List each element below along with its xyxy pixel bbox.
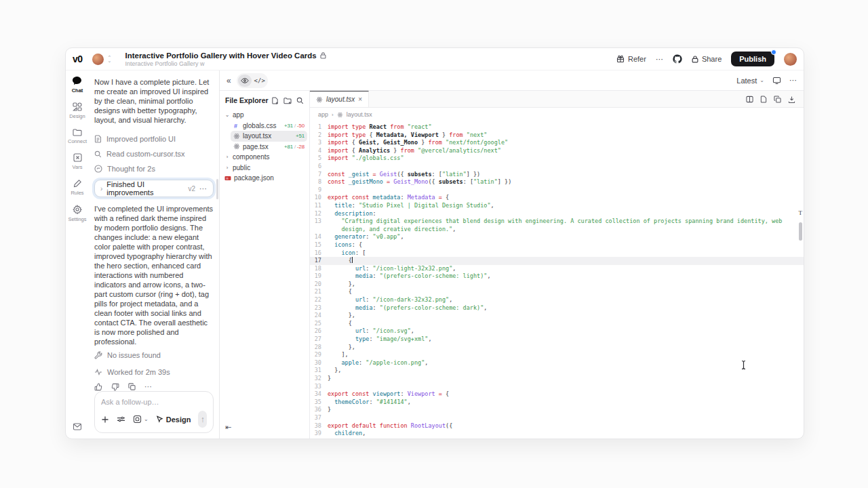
code-line[interactable]: design, and creative direction.", xyxy=(310,226,804,234)
publish-button[interactable]: Publish xyxy=(731,52,774,66)
code-line[interactable]: 34export const viewport: Viewport = { xyxy=(310,390,804,399)
code-line[interactable]: 28 }, xyxy=(310,344,804,352)
code-line[interactable]: 9 xyxy=(310,186,804,195)
tree-file-page-tsx[interactable]: page.tsx+81 / -28 xyxy=(231,142,307,152)
chat-scrollbar[interactable] xyxy=(216,179,218,199)
sidebar-item-design[interactable]: Design xyxy=(69,102,85,119)
new-folder-icon[interactable] xyxy=(283,97,292,104)
code-line[interactable]: 5import "./globals.css" xyxy=(310,155,804,163)
follow-up-input[interactable] xyxy=(101,398,207,406)
code-line[interactable]: 13 "Crafting digital experiences that bl… xyxy=(310,218,804,226)
editor-scrollbar[interactable]: T xyxy=(799,209,803,241)
sidebar-item-vars[interactable]: Vars xyxy=(73,153,83,170)
code-line[interactable]: 24 }, xyxy=(310,312,804,320)
share-button[interactable]: Share xyxy=(692,55,722,63)
preview-eye-toggle[interactable] xyxy=(238,75,252,87)
code-line[interactable]: 23 media: "(prefers-color-scheme: dark)"… xyxy=(310,304,804,312)
settings-sliders-icon[interactable] xyxy=(117,415,125,423)
code-line[interactable]: 3import { Geist, Geist_Mono } from "next… xyxy=(310,139,804,147)
send-button[interactable]: ↑ xyxy=(198,411,207,428)
header-more-button[interactable]: ⋯ xyxy=(656,55,663,64)
sidebar-item-rules[interactable]: Rules xyxy=(71,179,83,196)
code-line[interactable]: 18 url: "/icon-light-32x32.png", xyxy=(310,265,804,273)
project-avatar[interactable] xyxy=(92,54,104,65)
task-step[interactable]: Read custom-cursor.tsx xyxy=(94,146,214,161)
code-line[interactable]: 7const _geist = Geist({ subsets: ["latin… xyxy=(310,171,804,179)
code-line[interactable]: 17 { xyxy=(310,257,804,265)
editor-more-button[interactable]: ⋯ xyxy=(789,76,797,85)
sidebar-item-connect[interactable]: Connect xyxy=(68,128,87,144)
code-line[interactable]: 33 xyxy=(310,383,804,391)
code-line[interactable]: 32} xyxy=(310,375,804,383)
code-line[interactable]: 25 { xyxy=(310,320,804,328)
tab-layout-tsx[interactable]: layout.tsx × xyxy=(310,91,369,107)
device-preview-icon[interactable] xyxy=(772,77,781,85)
thumbs-up-icon[interactable] xyxy=(94,383,102,391)
status-row[interactable]: Worked for 2m 39s xyxy=(94,364,214,380)
github-icon[interactable] xyxy=(673,54,682,64)
code-line[interactable]: 27 type: "image/svg+xml", xyxy=(310,336,804,344)
collapse-panel-icon[interactable]: « xyxy=(226,76,231,85)
collapse-explorer-icon[interactable]: ⇤ xyxy=(225,423,231,432)
code-view-toggle[interactable]: </> xyxy=(253,75,267,87)
status-row[interactable]: No issues found xyxy=(94,347,214,363)
sidebar-item-chat[interactable]: Chat xyxy=(72,76,83,94)
task-step[interactable]: Improved portfolio UI xyxy=(94,131,214,146)
code-line[interactable]: 4import { Analytics } from "@vercel/anal… xyxy=(310,147,804,155)
code-line[interactable]: 35 themeColor: "#141414", xyxy=(310,399,804,407)
code-line[interactable]: 2import type { Metadata, Viewport } from… xyxy=(310,131,804,140)
tree-file-globals-css[interactable]: #globals.css+31 / -50 xyxy=(231,121,307,131)
code-line[interactable]: 10export const metadata: Metadata = { xyxy=(310,194,804,202)
copy-icon[interactable] xyxy=(128,383,136,390)
project-title[interactable]: Interactive Portfolio Gallery with Hover… xyxy=(125,52,326,60)
code-line[interactable]: 21 { xyxy=(310,288,804,296)
code-line[interactable]: 12 description: xyxy=(310,210,804,218)
refer-button[interactable]: Refer xyxy=(616,55,646,63)
split-view-icon[interactable] xyxy=(746,96,753,103)
version-selector[interactable]: Latest⌄ xyxy=(736,77,764,85)
tree-dir-components[interactable]: ›components xyxy=(222,152,307,163)
code-line[interactable]: 19 media: "(prefers-color-scheme: light)… xyxy=(310,272,804,281)
code-line[interactable]: 36} xyxy=(310,406,804,414)
task-step[interactable]: Thought for 2s xyxy=(94,161,214,176)
close-tab-icon[interactable]: × xyxy=(358,96,362,103)
code-line[interactable]: 11 title: "Studio Pixel | Digital Design… xyxy=(310,202,804,210)
code-line[interactable]: 22 url: "/icon-dark-32x32.png", xyxy=(310,296,804,304)
open-file-icon[interactable] xyxy=(760,96,767,103)
sidebar-item-settings[interactable]: Settings xyxy=(68,205,86,222)
new-file-icon[interactable] xyxy=(271,97,279,104)
code-line[interactable]: 30 apple: "/apple-icon.png", xyxy=(310,359,804,367)
code-line[interactable]: 20 }, xyxy=(310,281,804,289)
code-line[interactable]: 8const _geistMono = Geist_Mono({ subsets… xyxy=(310,178,804,186)
code-editor[interactable]: 1import type React from "react"2import t… xyxy=(310,121,804,439)
card-more-button[interactable]: ⋯ xyxy=(199,184,208,193)
code-line[interactable]: 37 xyxy=(310,414,804,422)
attach-plus-icon[interactable] xyxy=(101,415,109,424)
project-switcher-icon[interactable]: ⌃⌄ xyxy=(108,56,112,62)
tree-dir-app[interactable]: ⌄app xyxy=(222,110,307,121)
code-line[interactable]: 39 children, xyxy=(310,430,804,438)
code-line[interactable]: 6 xyxy=(310,163,804,171)
code-line[interactable]: 26 url: "/icon.svg", xyxy=(310,327,804,336)
scrollbar-thumb[interactable] xyxy=(799,222,802,241)
code-line[interactable]: 38export default function RootLayout({ xyxy=(310,422,804,430)
code-line[interactable]: 29 ], xyxy=(310,351,804,359)
finished-ui-card[interactable]: › Finished UI improvements v2 ⋯ xyxy=(94,180,214,197)
tree-dir-public[interactable]: ›public xyxy=(222,163,307,174)
code-line[interactable]: 40}: Readonly<{ xyxy=(310,438,804,439)
thumbs-down-icon[interactable] xyxy=(111,383,119,391)
copy-code-icon[interactable] xyxy=(774,96,781,103)
design-mode-button[interactable]: Design xyxy=(156,415,191,424)
code-line[interactable]: 1import type React from "react" xyxy=(310,123,804,131)
code-line[interactable]: 16 icon: [ xyxy=(310,249,804,258)
download-icon[interactable] xyxy=(788,96,795,103)
code-line[interactable]: 15 icons: { xyxy=(310,241,804,249)
tree-file-package-json[interactable]: npackage.json xyxy=(222,173,307,184)
tree-file-layout-tsx[interactable]: layout.tsx+51 xyxy=(231,131,307,142)
code-line[interactable]: 14 generator: "v0.app", xyxy=(310,233,804,241)
v0-logo[interactable]: v0 xyxy=(73,54,83,64)
code-line[interactable]: 31 }, xyxy=(310,367,804,375)
user-avatar[interactable] xyxy=(784,53,797,66)
search-icon[interactable] xyxy=(296,97,304,104)
feedback-more-button[interactable]: ⋯ xyxy=(144,382,152,391)
